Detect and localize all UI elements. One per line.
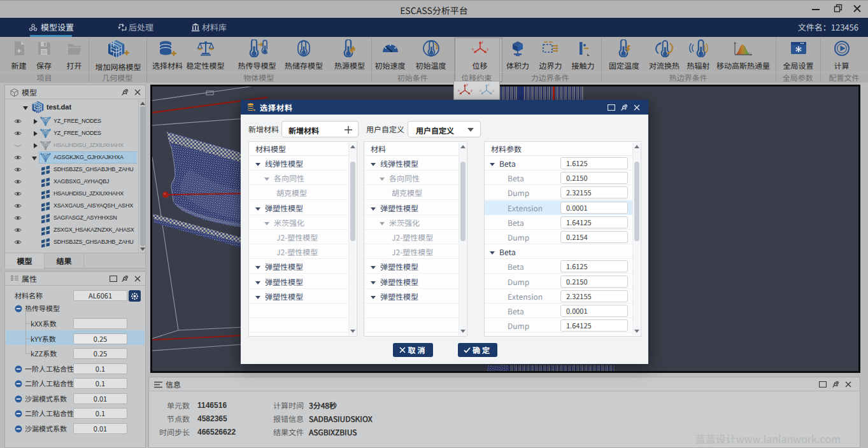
svg-text:y: y [487,46,489,52]
svg-text:x: x [480,88,481,92]
svg-text:z: z [488,83,490,87]
svg-text:x: x [472,46,474,52]
svg-text:z: z [481,39,483,45]
svg-text:y: y [492,88,494,92]
svg-text:z: z [466,83,468,87]
svg-text:x: x [458,88,460,92]
svg-text:y: y [471,88,473,92]
